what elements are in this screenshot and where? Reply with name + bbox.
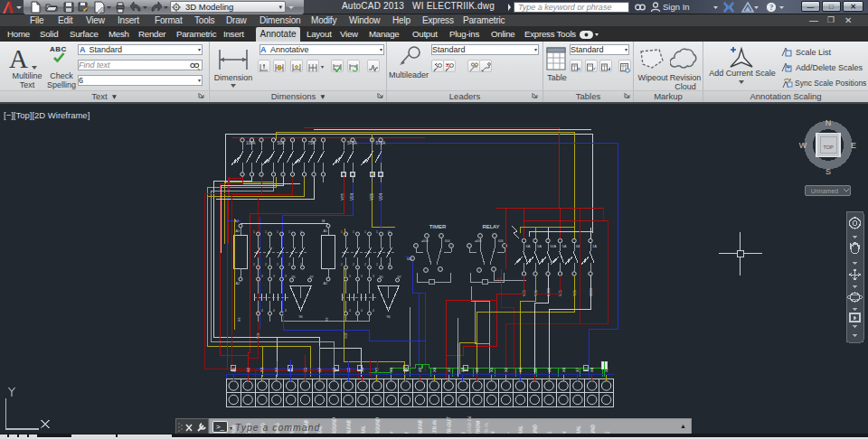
svg-text:4: 4 xyxy=(349,309,351,313)
svg-text:[−][Top][2D Wireframe]: [−][Top][2D Wireframe] xyxy=(4,110,90,120)
svg-text:2: 2 xyxy=(288,263,290,266)
svg-text:W: W xyxy=(799,141,807,150)
svg-text:2: 2 xyxy=(253,263,255,266)
svg-text:E: E xyxy=(851,141,856,150)
svg-text:●603: ●603 xyxy=(421,239,429,243)
svg-text:A: A xyxy=(80,45,86,53)
svg-text:2: 2 xyxy=(376,263,378,266)
svg-text:1: 1 xyxy=(288,230,290,234)
svg-text:2: 2 xyxy=(353,263,354,266)
svg-text:N: N xyxy=(826,118,832,127)
svg-text:75A: 75A xyxy=(308,141,316,145)
svg-text:5F5A: 5F5A xyxy=(347,141,357,145)
svg-text:5A: 5A xyxy=(537,244,542,248)
svg-text:V04: V04 xyxy=(379,192,383,201)
svg-text:95: 95 xyxy=(380,276,383,279)
svg-text:A2: A2 xyxy=(324,282,328,285)
svg-text:X8: X8 xyxy=(590,367,594,372)
svg-text:606: 606 xyxy=(498,239,504,243)
svg-text:X6: X6 xyxy=(432,367,437,372)
svg-text:A: A xyxy=(260,45,267,53)
svg-text:X3: X3 xyxy=(259,367,264,372)
svg-text:97: 97 xyxy=(310,276,314,279)
svg-text:3: 3 xyxy=(349,275,351,278)
svg-text:3: 3 xyxy=(261,275,263,278)
svg-text:3: 3 xyxy=(285,275,287,278)
svg-text:X7: X7 xyxy=(317,367,322,372)
svg-text:●605: ●605 xyxy=(475,239,482,243)
svg-text:ALFAB: ALFAB xyxy=(418,420,423,435)
svg-text:604: 604 xyxy=(445,239,450,243)
svg-text:S: S xyxy=(826,167,831,176)
svg-text:ROUND: ROUND xyxy=(332,419,337,435)
svg-text:X9: X9 xyxy=(475,367,479,372)
svg-text:X1: X1 xyxy=(489,367,494,372)
svg-text:X2: X2 xyxy=(504,367,508,372)
svg-text:A1: A1 xyxy=(236,229,241,233)
svg-text:A1: A1 xyxy=(324,229,328,233)
svg-text:1A: 1A xyxy=(592,244,597,248)
svg-text:1: 1 xyxy=(277,230,278,234)
svg-text:1: 1 xyxy=(341,230,343,234)
svg-text:V06: V06 xyxy=(344,333,348,339)
svg-text:2: 2 xyxy=(277,263,278,266)
svg-text:A2: A2 xyxy=(236,282,241,285)
svg-text:X7: X7 xyxy=(447,367,451,372)
svg-text:X3: X3 xyxy=(518,367,523,372)
svg-text:RELAY: RELAY xyxy=(482,224,499,229)
svg-text:1: 1 xyxy=(353,230,354,234)
svg-text:96: 96 xyxy=(299,315,303,319)
svg-text:X6: X6 xyxy=(561,367,566,372)
svg-text:4: 4 xyxy=(273,309,275,313)
svg-text:2: 2 xyxy=(341,263,343,266)
svg-text:ROUND: ROUND xyxy=(375,419,381,435)
svg-text:5A: 5A xyxy=(562,244,567,248)
svg-text:1: 1 xyxy=(300,230,302,234)
svg-text:3: 3 xyxy=(361,275,363,278)
svg-text:X3: X3 xyxy=(389,367,393,372)
svg-text:X6: X6 xyxy=(303,367,307,372)
svg-text:TR-OUT: TR-OUT xyxy=(447,419,452,435)
svg-text:4: 4 xyxy=(261,309,263,313)
svg-text:96: 96 xyxy=(387,315,391,319)
svg-text:X4: X4 xyxy=(533,367,537,372)
svg-text:97: 97 xyxy=(398,276,401,279)
svg-text:K6: K6 xyxy=(326,318,329,322)
svg-text:16A: 16A xyxy=(550,244,556,248)
svg-text:2: 2 xyxy=(388,263,390,266)
svg-text:2: 2 xyxy=(364,263,366,266)
svg-text:Y06: Y06 xyxy=(257,333,260,339)
svg-text:6A: 6A xyxy=(526,244,531,248)
svg-text:2: 2 xyxy=(265,263,267,266)
svg-text:AJ: AJ xyxy=(234,219,239,223)
svg-text:3: 3 xyxy=(373,275,374,278)
svg-text:1: 1 xyxy=(376,230,378,234)
svg-text:LTR-IN: LTR-IN xyxy=(432,420,438,435)
svg-text:95: 95 xyxy=(292,276,296,279)
svg-text:4: 4 xyxy=(285,309,287,313)
svg-text:1: 1 xyxy=(265,230,267,234)
svg-text:4: 4 xyxy=(373,309,374,313)
svg-text:V04: V04 xyxy=(350,192,354,201)
svg-text:X5: X5 xyxy=(547,367,552,372)
svg-text:X7: X7 xyxy=(575,367,580,372)
svg-text:K6: K6 xyxy=(238,318,241,322)
svg-text:Y05: Y05 xyxy=(370,192,374,201)
svg-text:100A: 100A xyxy=(246,141,256,145)
svg-text:5T5A: 5T5A xyxy=(376,141,386,145)
svg-text:3: 3 xyxy=(273,275,275,278)
svg-text:1: 1 xyxy=(364,230,366,234)
svg-text:X2: X2 xyxy=(246,367,250,372)
svg-text:1: 1 xyxy=(388,230,390,234)
svg-text:ALFAB: ALFAB xyxy=(346,420,352,435)
svg-text:1: 1 xyxy=(253,230,255,234)
svg-text:X5: X5 xyxy=(418,367,422,372)
svg-text:M: M xyxy=(322,219,325,223)
svg-text:Unnamed: Unnamed xyxy=(811,188,838,194)
svg-text:TOP: TOP xyxy=(823,145,834,150)
svg-text:?: ? xyxy=(769,3,773,12)
svg-text:50A: 50A xyxy=(278,141,285,145)
svg-text:4: 4 xyxy=(361,309,363,313)
svg-text:2: 2 xyxy=(300,263,302,266)
svg-text:601: 601 xyxy=(407,257,412,261)
